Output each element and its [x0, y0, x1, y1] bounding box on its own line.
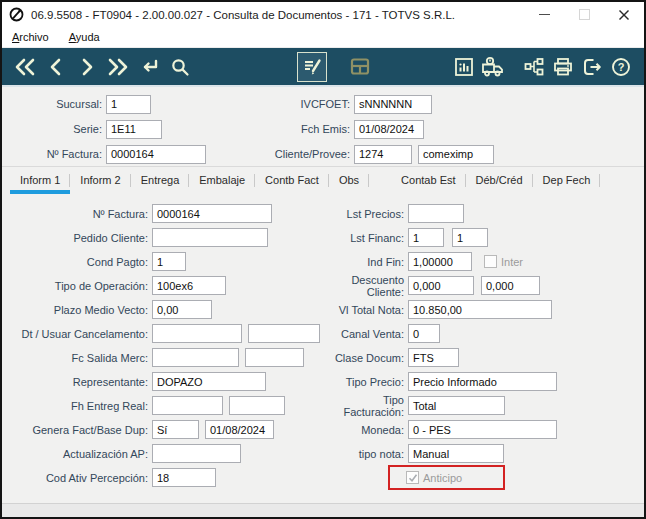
actualizacion-ap-label: Actualización AP: — [6, 448, 152, 460]
help-icon: ? — [610, 56, 632, 78]
dt-cancelamento-field[interactable] — [152, 324, 242, 343]
fh-entreg-real-field-1[interactable] — [152, 396, 223, 415]
menu-archivo[interactable]: Archivo — [12, 31, 49, 43]
anticipo-checkbox-label: Anticipo — [423, 472, 462, 484]
moneda-field[interactable]: 0 - PES — [408, 420, 557, 439]
anticipo-row: Anticipo — [322, 468, 557, 487]
maximize-button[interactable] — [564, 2, 604, 27]
fc-salida-merc-field-1[interactable] — [152, 348, 239, 367]
sucursal-field[interactable]: 1 — [106, 95, 151, 114]
lst-precios-field[interactable] — [408, 204, 464, 223]
genera-fact-field[interactable]: Sí — [152, 420, 199, 439]
form-row: Plazo Medio Vecto: 0,00 — [6, 300, 320, 319]
num-factura-header-field[interactable]: 0000164 — [106, 145, 206, 164]
pedido-cliente-label: Pedido Cliente: — [6, 232, 152, 244]
tipo-facturacion-field[interactable]: Total — [408, 396, 505, 415]
actualizacion-ap-field[interactable] — [152, 444, 241, 463]
tab-entrega[interactable]: Entrega — [131, 167, 190, 194]
tab-dep-fech[interactable]: Dep Fech — [533, 167, 601, 194]
cond-pagto-label: Cond Pagto: — [6, 256, 152, 268]
ind-fin-field[interactable]: 1,00000 — [408, 252, 472, 271]
form-row: Tipo de Operación: 100ex6 — [6, 276, 320, 295]
anticipo-checkbox[interactable] — [406, 471, 419, 484]
nav-previous-button[interactable] — [43, 54, 69, 80]
browse-table-button[interactable] — [347, 54, 373, 80]
tab-embalaje[interactable]: Embalaje — [189, 167, 255, 194]
clase-docum-field[interactable]: FTS — [408, 348, 459, 367]
org-tree-button[interactable] — [521, 54, 547, 80]
tab-contab-est[interactable]: Contab Est — [391, 167, 465, 194]
lst-financ-field-1[interactable]: 1 — [408, 228, 444, 247]
close-button[interactable] — [604, 2, 644, 27]
search-button[interactable] — [167, 54, 193, 80]
tipo-nota-field[interactable]: Manual — [408, 444, 504, 463]
browse-table-icon — [348, 55, 372, 79]
tree-diagram-icon — [523, 56, 545, 78]
cond-pagto-field[interactable]: 1 — [152, 252, 186, 271]
edit-document-icon — [301, 56, 323, 78]
double-chevron-left-icon — [13, 56, 37, 78]
descuento-cliente-field-1[interactable]: 0,000 — [408, 276, 474, 295]
minimize-button[interactable] — [524, 2, 564, 27]
double-chevron-right-icon — [106, 56, 130, 78]
tipo-operacion-field[interactable]: 100ex6 — [152, 276, 226, 295]
edit-document-button[interactable] — [297, 52, 327, 82]
cod-ativ-percepcion-label: Cod Ativ Percepción: — [6, 472, 152, 484]
enter-confirm-button[interactable] — [136, 54, 162, 80]
serie-field[interactable]: 1E11 — [106, 120, 162, 139]
inter-checkbox[interactable] — [484, 255, 497, 268]
tab-contb-fact[interactable]: Contb Fact — [255, 167, 329, 194]
printer-icon — [552, 56, 574, 78]
menu-ayuda[interactable]: Ayuda — [69, 31, 100, 43]
svg-text:?: ? — [618, 61, 625, 73]
usuar-cancelamento-field[interactable] — [248, 324, 320, 343]
tab-deb-cred[interactable]: Déb/Créd — [466, 167, 533, 194]
nav-next-button[interactable] — [74, 54, 100, 80]
fch-emis-label: Fch Emis: — [250, 123, 354, 135]
form-row: Lst Financ: 1 1 — [322, 228, 557, 247]
form-row: Moneda: 0 - PES — [322, 420, 557, 439]
return-arrow-icon — [137, 56, 161, 78]
tab-inform-1[interactable]: Inform 1 — [10, 167, 70, 194]
chart-button[interactable] — [451, 54, 477, 80]
exit-button[interactable] — [579, 54, 605, 80]
num-factura-field[interactable]: 0000164 — [152, 204, 272, 223]
cliente-provee-code-field[interactable]: 1274 — [354, 145, 412, 164]
tab-obs[interactable]: Obs — [329, 167, 369, 194]
delivery-tracking-button[interactable] — [480, 54, 506, 80]
num-factura-label: Nº Factura: — [6, 208, 152, 220]
fh-entreg-real-field-2[interactable] — [229, 396, 285, 415]
tab-inform-2[interactable]: Inform 2 — [70, 167, 130, 194]
nav-first-button[interactable] — [12, 54, 38, 80]
fc-salida-merc-field-2[interactable] — [245, 348, 304, 367]
descuento-cliente-field-2[interactable]: 0,000 — [481, 276, 540, 295]
window-title: 06.9.5508 - FT0904 - 2.00.00.027 - Consu… — [31, 9, 455, 21]
help-button[interactable]: ? — [608, 54, 634, 80]
form-row: Cond Pagto: 1 — [6, 252, 320, 271]
truck-icon — [480, 55, 506, 79]
base-dup-date-field[interactable]: 01/08/2024 — [205, 420, 274, 439]
cliente-provee-name-field[interactable]: comeximp — [418, 145, 494, 164]
minimize-icon — [539, 14, 550, 15]
cliente-provee-label: Cliente/Provee: — [250, 148, 354, 160]
maximize-icon — [579, 9, 590, 20]
print-button[interactable] — [550, 54, 576, 80]
nav-last-button[interactable] — [105, 54, 131, 80]
fch-emis-field[interactable]: 01/08/2024 — [354, 120, 424, 139]
pedido-cliente-field[interactable] — [152, 228, 268, 247]
vl-total-nota-field[interactable]: 10.850,00 — [408, 300, 552, 319]
toolbar: ? — [2, 48, 644, 87]
lst-financ-field-2[interactable]: 1 — [452, 228, 488, 247]
fh-entreg-real-label: Fh Entreg Real: — [6, 400, 152, 412]
plazo-medio-vecto-field[interactable]: 0,00 — [152, 300, 212, 319]
representante-field[interactable]: DOPAZO — [152, 372, 266, 391]
anticipo-highlight-box: Anticipo — [388, 465, 505, 490]
form-row: tipo nota: Manual — [322, 444, 557, 463]
document-header: Sucursal: 1 Serie: 1E11 Nº Factura: 0000… — [2, 87, 644, 166]
form-row: Representante: DOPAZO — [6, 372, 320, 391]
cod-ativ-percepcion-field[interactable]: 18 — [152, 468, 216, 487]
canal-venta-field[interactable]: 0 — [408, 324, 440, 343]
tipo-precio-field[interactable]: Precio Informado — [408, 372, 557, 391]
ivcfoet-field[interactable]: sNNNNNN — [354, 95, 432, 114]
fc-salida-merc-label: Fc Salida Merc: — [6, 352, 152, 364]
